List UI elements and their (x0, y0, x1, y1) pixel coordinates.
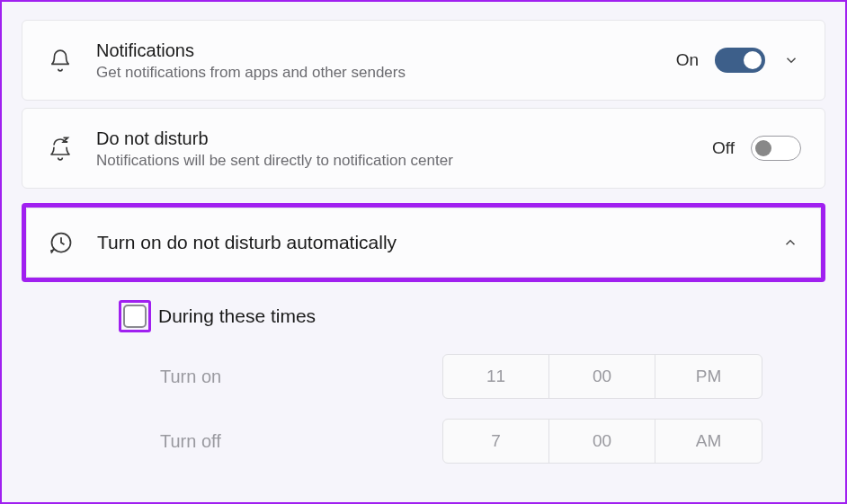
dnd-state-label: Off (712, 138, 735, 158)
auto-dnd-card[interactable]: Turn on do not disturb automatically (26, 208, 821, 278)
clock-auto-icon (47, 230, 76, 255)
turn-off-hour[interactable]: 7 (443, 420, 549, 463)
dnd-card[interactable]: Do not disturb Notifications will be sen… (22, 108, 825, 189)
dnd-toggle[interactable] (751, 136, 801, 161)
notifications-subtitle: Get notifications from apps and other se… (96, 64, 676, 82)
auto-dnd-text: Turn on do not disturb automatically (97, 230, 780, 254)
during-times-checkbox[interactable] (123, 305, 147, 328)
during-times-label: During these times (158, 305, 316, 327)
turn-on-ampm[interactable]: PM (655, 355, 762, 398)
turn-off-minute[interactable]: 00 (549, 420, 655, 463)
bell-snooze-icon (46, 136, 75, 161)
auto-dnd-highlight: Turn on do not disturb automatically (22, 203, 825, 282)
notifications-title: Notifications (96, 39, 676, 62)
turn-on-hour[interactable]: 11 (443, 355, 549, 398)
bell-icon (46, 49, 75, 72)
turn-on-time-picker[interactable]: 11 00 PM (442, 354, 762, 399)
notifications-card[interactable]: Notifications Get notifications from app… (22, 20, 825, 101)
turn-off-row: Turn off 7 00 AM (119, 419, 825, 464)
dnd-text: Do not disturb Notifications will be sen… (96, 127, 712, 170)
chevron-up-icon[interactable] (780, 233, 800, 252)
chevron-down-icon[interactable] (781, 50, 801, 70)
turn-on-row: Turn on 11 00 PM (119, 354, 825, 399)
dnd-title: Do not disturb (96, 127, 712, 150)
turn-off-label: Turn off (119, 431, 442, 452)
turn-off-ampm[interactable]: AM (655, 420, 762, 463)
notifications-text: Notifications Get notifications from app… (96, 39, 676, 82)
during-times-row: During these times (119, 300, 825, 332)
turn-on-minute[interactable]: 00 (549, 355, 655, 398)
checkbox-highlight (119, 300, 151, 332)
notifications-toggle[interactable] (715, 48, 765, 73)
turn-off-time-picker[interactable]: 7 00 AM (442, 419, 762, 464)
turn-on-label: Turn on (119, 367, 442, 387)
auto-dnd-title: Turn on do not disturb automatically (97, 230, 780, 254)
auto-dnd-options: During these times Turn on 11 00 PM Turn… (22, 287, 825, 464)
notifications-state-label: On (676, 50, 699, 70)
dnd-subtitle: Notifications will be sent directly to n… (96, 152, 712, 170)
